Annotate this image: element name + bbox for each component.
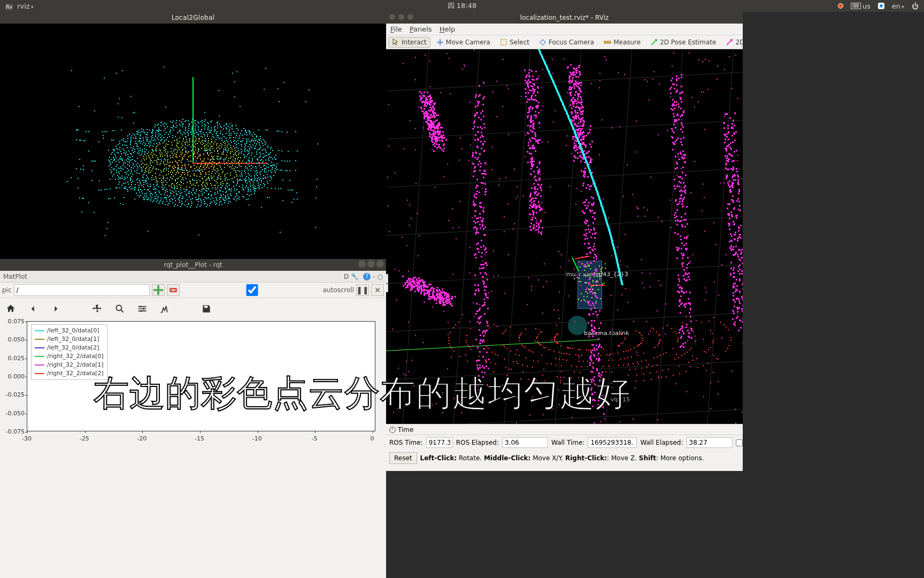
- menubar: File Panels Help: [386, 24, 743, 35]
- back-icon[interactable]: [27, 302, 40, 315]
- svg-point-5: [141, 310, 142, 311]
- window-title[interactable]: Local2Global: [0, 12, 386, 24]
- svg-rect-6: [501, 40, 506, 45]
- maximize-button[interactable]: [367, 260, 375, 268]
- clock-icon: [389, 427, 396, 433]
- ros-time-field[interactable]: [426, 437, 453, 448]
- window-local2global: Local2Global: [0, 12, 386, 259]
- configure-subplots-icon[interactable]: [136, 302, 149, 315]
- keyboard-layout[interactable]: ⌨us: [851, 2, 871, 10]
- tool-measure[interactable]: Measure: [600, 37, 644, 48]
- tool-interact[interactable]: Interact: [388, 37, 430, 48]
- svg-point-4: [143, 308, 144, 309]
- pan-icon[interactable]: [91, 302, 104, 315]
- window-rqt-plot: rqt_plot__Plot - rqt MatPlot D 🔧 ? - ○ p…: [0, 259, 386, 578]
- add-topic-button[interactable]: [152, 284, 165, 296]
- save-figure-icon[interactable]: [200, 302, 213, 315]
- screen-record-indicator[interactable]: [838, 3, 843, 9]
- system-top-bar: Rv rviz▾ 四 18:48 ⌨us en▾ ⏻: [0, 0, 924, 12]
- power-icon[interactable]: ⏻: [912, 2, 919, 10]
- tool-focus-camera[interactable]: Focus Camera: [535, 37, 598, 48]
- zoom-icon[interactable]: [113, 302, 126, 315]
- autoscroll-checkbox[interactable]: autoscroll: [184, 284, 354, 296]
- tray-app-icon[interactable]: [878, 3, 884, 9]
- rviz-toolbar: Interact Move Camera Select Focus Camera…: [386, 35, 743, 49]
- arrow-pink-icon: [726, 39, 733, 46]
- svg-point-2: [116, 305, 121, 310]
- topic-input[interactable]: [14, 284, 150, 296]
- minimize-button[interactable]: [358, 260, 366, 268]
- panel-close-icon[interactable]: ○: [378, 273, 383, 280]
- pause-button[interactable]: ❚❚: [356, 284, 369, 296]
- svg-point-3: [140, 306, 141, 307]
- arrow-green-icon: [650, 39, 658, 46]
- svg-rect-1: [171, 290, 175, 291]
- panel-menu-initial[interactable]: D: [344, 273, 349, 280]
- ros-elapsed-field[interactable]: [502, 437, 548, 448]
- path-segment: [386, 339, 599, 351]
- panel-minimize-icon[interactable]: -: [373, 273, 375, 280]
- forward-icon[interactable]: [49, 302, 62, 315]
- wall-elapsed-label: Wall Elapsed:: [640, 439, 683, 446]
- pointcloud-viewport[interactable]: [0, 24, 386, 259]
- home-icon[interactable]: [4, 302, 17, 315]
- tool-2d-nav-goal[interactable]: 2D Nav Goal: [722, 37, 743, 48]
- active-app[interactable]: Rv rviz▾: [0, 2, 39, 10]
- matplotlib-toolbar: [0, 298, 386, 319]
- rviz-3d-viewport[interactable]: ▸ imu_r vanjed43_{2}3 basema.toalink vlp…: [386, 49, 743, 424]
- time-panel: Time ROS Time: ROS Elapsed: Wall Time: W…: [386, 424, 743, 466]
- wall-elapsed-field[interactable]: [687, 437, 733, 448]
- tool-2d-pose-estimate[interactable]: 2D Pose Estimate: [646, 37, 720, 48]
- ros-elapsed-label: ROS Elapsed:: [456, 439, 499, 446]
- window-title[interactable]: localization_test.rviz* - RViz: [386, 12, 743, 24]
- time-header: Time: [398, 426, 413, 434]
- edit-axes-icon[interactable]: [158, 302, 171, 315]
- svg-rect-8: [604, 41, 611, 43]
- plot-legend: /left_32_0/data[0]/left_32_0/data[1]/lef…: [31, 324, 107, 380]
- ros-time-label: ROS Time:: [389, 439, 423, 446]
- help-text: Left-Click: Rotate. Middle-Click: Move X…: [420, 454, 704, 462]
- remove-topic-button[interactable]: [167, 284, 180, 296]
- window-rviz: localization_test.rviz* - RViz File Pane…: [386, 12, 743, 471]
- close-button[interactable]: [376, 260, 384, 268]
- topic-label: pic: [2, 286, 12, 294]
- wall-time-field[interactable]: [588, 437, 637, 448]
- ruler-icon: [604, 39, 611, 46]
- maximize-button[interactable]: [407, 14, 413, 20]
- tool-select[interactable]: Select: [496, 37, 533, 48]
- move-icon: [436, 39, 444, 46]
- system-clock[interactable]: 四 18:48: [448, 1, 477, 11]
- tf-frame-label: vlp_15: [611, 396, 630, 403]
- minimize-button[interactable]: [398, 14, 404, 20]
- panel-help-icon[interactable]: ?: [363, 273, 371, 280]
- select-icon: [500, 39, 507, 46]
- menu-file[interactable]: File: [390, 25, 402, 33]
- svg-point-7: [541, 40, 545, 44]
- wall-time-label: Wall Time:: [551, 439, 584, 446]
- panel-settings-icon[interactable]: 🔧: [351, 273, 359, 280]
- tool-move-camera[interactable]: Move Camera: [433, 37, 494, 48]
- window-title[interactable]: rqt_plot__Plot - rqt: [0, 259, 386, 271]
- input-language[interactable]: en▾: [892, 2, 904, 10]
- clear-button[interactable]: ✕: [371, 284, 384, 296]
- panel-label: MatPlot: [3, 273, 27, 280]
- experimental-checkbox[interactable]: [736, 439, 743, 446]
- plot-area[interactable]: /left_32_0/data[0]/left_32_0/data[1]/lef…: [0, 321, 382, 443]
- cursor-icon: [392, 39, 399, 46]
- menu-help[interactable]: Help: [440, 25, 456, 33]
- close-button[interactable]: [389, 14, 395, 20]
- reset-button[interactable]: Reset: [389, 452, 417, 464]
- menu-panels[interactable]: Panels: [410, 25, 432, 33]
- focus-icon: [539, 39, 546, 46]
